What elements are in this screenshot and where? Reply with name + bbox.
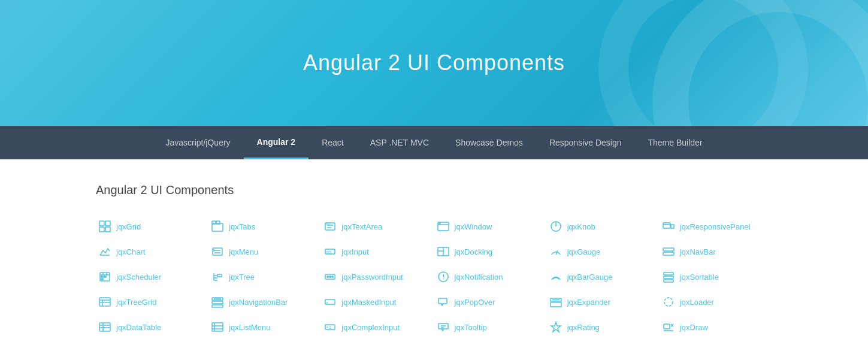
component-label: jqxGrid [116, 222, 141, 231]
svg-text:+1: +1 [326, 325, 332, 330]
tabs-icon [211, 220, 224, 233]
component-label: jqxDraw [680, 323, 708, 332]
component-item-jqxnavbar[interactable]: jqxNavBar [660, 239, 772, 264]
listmenu-icon [211, 320, 224, 334]
component-item-jqxwindow[interactable]: jqxWindow [434, 214, 547, 239]
svg-point-66 [664, 298, 673, 306]
navigationbar-icon [211, 295, 224, 308]
nav-item-theme-builder[interactable]: Theme Builder [635, 126, 716, 159]
component-label: jqxInput [341, 247, 369, 256]
svg-rect-37 [101, 279, 103, 280]
component-item-jqxtooltip[interactable]: jqxTooltip [434, 314, 547, 340]
svg-rect-58 [212, 301, 223, 304]
component-item-jqxdatatable[interactable]: jqxDataTable [96, 314, 208, 340]
main-nav: Javascript/jQueryAngular 2ReactASP .NET … [0, 126, 868, 159]
nav-item-responsive-design[interactable]: Responsive Design [536, 126, 635, 159]
component-item-jqxtextarea[interactable]: ab|jqxTextArea [321, 214, 434, 239]
svg-rect-62 [438, 298, 447, 304]
component-item-jqxlistmenu[interactable]: jqxListMenu [208, 314, 321, 340]
component-item-jqxdocking[interactable]: jqxDocking [434, 239, 547, 264]
svg-rect-16 [663, 223, 670, 228]
section-title: Angular 2 UI Components [96, 183, 772, 197]
component-label: jqxSortable [680, 273, 719, 282]
component-label: jqxDataTable [116, 323, 161, 332]
component-label: jqxExpander [567, 298, 610, 307]
svg-rect-71 [212, 323, 223, 331]
component-label: jqxNotification [455, 273, 503, 282]
svg-rect-17 [671, 225, 674, 228]
docking-icon [437, 245, 450, 258]
main-content: Angular 2 UI Components jqxGridjqxTabsab… [0, 159, 868, 363]
nav-item-showcase-demos[interactable]: Showcase Demos [442, 126, 536, 159]
component-label: jqxListMenu [229, 323, 270, 332]
treegrid-icon [98, 295, 111, 308]
svg-rect-49 [664, 273, 673, 275]
component-item-jqxgauge[interactable]: jqxGauge [547, 239, 660, 264]
textarea-icon: ab| [323, 220, 337, 233]
component-item-jqxtree[interactable]: jqxTree [208, 264, 321, 289]
chart-icon [98, 245, 111, 258]
nav-item-angular--[interactable]: Angular 2 [244, 126, 309, 159]
component-item-jqxresponsivepanel[interactable]: jqxResponsivePanel [660, 214, 772, 239]
component-item-jqxpopover[interactable]: jqxPopOver [434, 289, 547, 314]
components-grid: jqxGridjqxTabsab|jqxTextAreajqxWindowjqx… [96, 214, 772, 340]
svg-point-45 [329, 276, 331, 277]
component-label: jqxMaskedInput [341, 298, 396, 307]
component-label: jqxBarGauge [567, 273, 613, 282]
component-label: jqxResponsivePanel [680, 222, 751, 231]
nav-item-react[interactable]: React [309, 126, 357, 159]
svg-rect-42 [217, 274, 222, 277]
component-item-jqxknob[interactable]: jqxKnob [547, 214, 660, 239]
svg-rect-52 [99, 298, 110, 306]
svg-rect-36 [104, 276, 106, 277]
component-item-jqxchart[interactable]: jqxChart [96, 239, 208, 264]
component-item-jqxscheduler[interactable]: jqxScheduler [96, 264, 208, 289]
svg-rect-59 [212, 305, 223, 307]
window-icon [437, 220, 450, 233]
sortable-icon [662, 270, 675, 283]
component-label: jqxChart [116, 247, 145, 256]
component-label: jqxScheduler [116, 273, 161, 282]
component-label: jqxTree [229, 273, 255, 282]
svg-rect-30 [663, 252, 674, 255]
component-item-jqxsortable[interactable]: jqxSortable [660, 264, 772, 289]
nav-item-javascript-jquery[interactable]: Javascript/jQuery [152, 126, 243, 159]
component-label: jqxKnob [567, 222, 595, 231]
component-item-jqxgrid[interactable]: jqxGrid [96, 214, 208, 239]
component-item-jqxnotification[interactable]: !jqxNotification [434, 264, 547, 289]
component-item-jqxtreegrid[interactable]: jqxTreeGrid [96, 289, 208, 314]
component-item-jqxmaskedinput[interactable]: a_jqxMaskedInput [321, 289, 434, 314]
scheduler-icon [98, 270, 111, 283]
svg-rect-35 [101, 276, 103, 277]
svg-rect-20 [213, 248, 222, 255]
component-item-jqxmenu[interactable]: jqxMenu [208, 239, 321, 264]
component-label: jqxPasswordInput [341, 273, 403, 282]
component-item-jqxexpander[interactable]: jqxExpander [547, 289, 660, 314]
component-item-jqxinput[interactable]: ab|jqxInput [321, 239, 434, 264]
component-label: jqxTextArea [341, 222, 382, 231]
component-item-jqxdraw[interactable]: jqxDraw [660, 314, 772, 340]
component-item-jqxrating[interactable]: jqxRating [547, 314, 660, 340]
svg-rect-81 [664, 324, 670, 329]
svg-rect-4 [212, 223, 223, 231]
component-item-jqxtabs[interactable]: jqxTabs [208, 214, 321, 239]
component-label: jqxComplexInput [341, 323, 400, 332]
svg-point-46 [332, 276, 333, 277]
component-label: jqxPopOver [455, 298, 495, 307]
component-item-jqxnavigationbar[interactable]: jqxNavigationBar [208, 289, 321, 314]
svg-rect-5 [212, 221, 216, 224]
svg-point-13 [439, 223, 440, 224]
complexinput-icon: +1 [323, 320, 337, 334]
nav-item-asp--net-mvc[interactable]: ASP .NET MVC [357, 126, 442, 159]
responsive-icon [662, 220, 675, 233]
expander-icon [549, 295, 562, 308]
component-item-jqxpasswordinput[interactable]: jqxPasswordInput [321, 264, 434, 289]
grid-icon [98, 220, 111, 233]
component-item-jqxloader[interactable]: jqxLoader [660, 289, 772, 314]
component-label: jqxMenu [229, 247, 258, 256]
component-item-jqxcomplexinput[interactable]: +1jqxComplexInput [321, 314, 434, 340]
component-item-jqxbargauge[interactable]: jqxBarGauge [547, 264, 660, 289]
navbar-icon [662, 245, 675, 258]
datatable-icon [98, 320, 111, 334]
component-label: jqxTabs [229, 222, 255, 231]
